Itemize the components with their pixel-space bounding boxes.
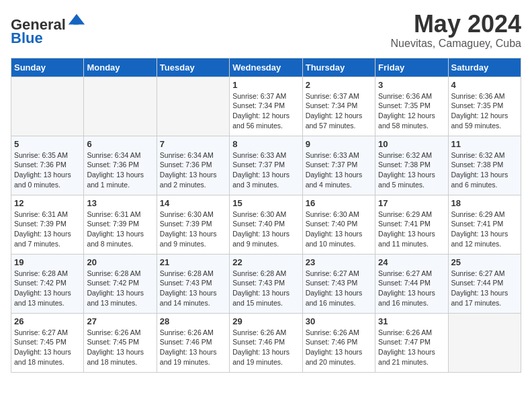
calendar-cell: 24Sunrise: 6:27 AM Sunset: 7:44 PM Dayli…: [375, 254, 448, 313]
day-number: 22: [232, 257, 299, 267]
calendar-week-1: 1Sunrise: 6:37 AM Sunset: 7:34 PM Daylig…: [11, 77, 521, 136]
day-info: Sunrise: 6:26 AM Sunset: 7:45 PM Dayligh…: [87, 328, 153, 367]
weekday-wednesday: Wednesday: [230, 58, 302, 77]
day-info: Sunrise: 6:26 AM Sunset: 7:46 PM Dayligh…: [232, 328, 299, 367]
day-info: Sunrise: 6:34 AM Sunset: 7:36 PM Dayligh…: [87, 150, 153, 190]
day-number: 6: [87, 139, 153, 149]
day-info: Sunrise: 6:27 AM Sunset: 7:43 PM Dayligh…: [306, 269, 372, 308]
day-number: 18: [451, 198, 518, 208]
day-number: 7: [160, 139, 226, 149]
calendar-cell: 16Sunrise: 6:30 AM Sunset: 7:40 PM Dayli…: [302, 195, 375, 254]
calendar-cell: 20Sunrise: 6:28 AM Sunset: 7:42 PM Dayli…: [84, 254, 157, 313]
day-info: Sunrise: 6:26 AM Sunset: 7:46 PM Dayligh…: [160, 328, 226, 367]
day-info: Sunrise: 6:28 AM Sunset: 7:42 PM Dayligh…: [87, 269, 153, 308]
day-number: 4: [451, 80, 518, 90]
calendar-cell: 12Sunrise: 6:31 AM Sunset: 7:39 PM Dayli…: [11, 195, 84, 254]
day-number: 31: [378, 316, 445, 326]
day-number: 13: [87, 198, 153, 208]
day-info: Sunrise: 6:31 AM Sunset: 7:39 PM Dayligh…: [14, 210, 81, 249]
day-number: 12: [14, 198, 81, 208]
day-info: Sunrise: 6:29 AM Sunset: 7:41 PM Dayligh…: [378, 210, 445, 249]
logo-blue-text: Blue: [11, 30, 43, 46]
calendar-cell: 26Sunrise: 6:27 AM Sunset: 7:45 PM Dayli…: [11, 313, 84, 372]
day-info: Sunrise: 6:31 AM Sunset: 7:39 PM Dayligh…: [87, 210, 153, 249]
title-block: May 2024 Nuevitas, Camaguey, Cuba: [391, 11, 521, 50]
logo: General Blue: [11, 11, 86, 46]
day-info: Sunrise: 6:36 AM Sunset: 7:35 PM Dayligh…: [451, 91, 518, 131]
day-number: 11: [451, 139, 518, 149]
day-number: 19: [14, 257, 81, 267]
calendar-cell: 8Sunrise: 6:33 AM Sunset: 7:37 PM Daylig…: [230, 136, 302, 195]
day-info: Sunrise: 6:35 AM Sunset: 7:36 PM Dayligh…: [14, 150, 81, 190]
calendar-table: SundayMondayTuesdayWednesdayThursdayFrid…: [11, 58, 521, 373]
calendar-cell: 15Sunrise: 6:30 AM Sunset: 7:40 PM Dayli…: [230, 195, 302, 254]
day-number: 27: [87, 316, 153, 326]
day-number: 28: [160, 316, 226, 326]
weekday-thursday: Thursday: [302, 58, 375, 77]
calendar-cell: [157, 77, 229, 136]
day-number: 10: [378, 139, 445, 149]
day-info: Sunrise: 6:34 AM Sunset: 7:36 PM Dayligh…: [160, 150, 226, 190]
calendar-cell: 13Sunrise: 6:31 AM Sunset: 7:39 PM Dayli…: [84, 195, 157, 254]
day-number: 16: [306, 198, 372, 208]
day-info: Sunrise: 6:27 AM Sunset: 7:44 PM Dayligh…: [451, 269, 518, 308]
day-info: Sunrise: 6:30 AM Sunset: 7:39 PM Dayligh…: [160, 210, 226, 249]
calendar-cell: 27Sunrise: 6:26 AM Sunset: 7:45 PM Dayli…: [84, 313, 157, 372]
calendar-cell: 5Sunrise: 6:35 AM Sunset: 7:36 PM Daylig…: [11, 136, 84, 195]
day-number: 8: [232, 139, 299, 149]
day-number: 30: [306, 316, 372, 326]
day-number: 29: [232, 316, 299, 326]
day-number: 21: [160, 257, 226, 267]
day-info: Sunrise: 6:26 AM Sunset: 7:47 PM Dayligh…: [378, 328, 445, 367]
day-info: Sunrise: 6:37 AM Sunset: 7:34 PM Dayligh…: [232, 91, 299, 131]
calendar-cell: 9Sunrise: 6:33 AM Sunset: 7:37 PM Daylig…: [302, 136, 375, 195]
day-number: 26: [14, 316, 81, 326]
month-title: May 2024: [391, 11, 521, 38]
weekday-saturday: Saturday: [448, 58, 521, 77]
day-info: Sunrise: 6:32 AM Sunset: 7:38 PM Dayligh…: [378, 150, 445, 190]
location-text: Nuevitas, Camaguey, Cuba: [391, 38, 521, 50]
calendar-cell: 31Sunrise: 6:26 AM Sunset: 7:47 PM Dayli…: [375, 313, 448, 372]
calendar-cell: 18Sunrise: 6:29 AM Sunset: 7:41 PM Dayli…: [448, 195, 521, 254]
day-number: 2: [306, 80, 372, 90]
day-info: Sunrise: 6:32 AM Sunset: 7:38 PM Dayligh…: [451, 150, 518, 190]
day-number: 15: [232, 198, 299, 208]
day-number: 14: [160, 198, 226, 208]
day-number: 5: [14, 139, 81, 149]
day-info: Sunrise: 6:26 AM Sunset: 7:46 PM Dayligh…: [306, 328, 372, 367]
weekday-friday: Friday: [375, 58, 448, 77]
day-info: Sunrise: 6:27 AM Sunset: 7:44 PM Dayligh…: [378, 269, 445, 308]
calendar-cell: 7Sunrise: 6:34 AM Sunset: 7:36 PM Daylig…: [157, 136, 229, 195]
day-info: Sunrise: 6:28 AM Sunset: 7:43 PM Dayligh…: [160, 269, 226, 308]
day-number: 9: [306, 139, 372, 149]
calendar-cell: 21Sunrise: 6:28 AM Sunset: 7:43 PM Dayli…: [157, 254, 229, 313]
calendar-week-3: 12Sunrise: 6:31 AM Sunset: 7:39 PM Dayli…: [11, 195, 521, 254]
calendar-week-2: 5Sunrise: 6:35 AM Sunset: 7:36 PM Daylig…: [11, 136, 521, 195]
day-number: 25: [451, 257, 518, 267]
weekday-header-row: SundayMondayTuesdayWednesdayThursdayFrid…: [11, 58, 521, 77]
calendar-cell: 30Sunrise: 6:26 AM Sunset: 7:46 PM Dayli…: [302, 313, 375, 372]
day-info: Sunrise: 6:33 AM Sunset: 7:37 PM Dayligh…: [232, 150, 299, 190]
weekday-tuesday: Tuesday: [157, 58, 229, 77]
calendar-cell: 10Sunrise: 6:32 AM Sunset: 7:38 PM Dayli…: [375, 136, 448, 195]
calendar-cell: 19Sunrise: 6:28 AM Sunset: 7:42 PM Dayli…: [11, 254, 84, 313]
calendar-cell: 14Sunrise: 6:30 AM Sunset: 7:39 PM Dayli…: [157, 195, 229, 254]
day-number: 23: [306, 257, 372, 267]
day-info: Sunrise: 6:29 AM Sunset: 7:41 PM Dayligh…: [451, 210, 518, 249]
calendar-cell: 17Sunrise: 6:29 AM Sunset: 7:41 PM Dayli…: [375, 195, 448, 254]
day-number: 24: [378, 257, 445, 267]
calendar-cell: 23Sunrise: 6:27 AM Sunset: 7:43 PM Dayli…: [302, 254, 375, 313]
day-number: 3: [378, 80, 445, 90]
calendar-cell: [84, 77, 157, 136]
svg-marker-1: [73, 20, 78, 25]
day-info: Sunrise: 6:28 AM Sunset: 7:43 PM Dayligh…: [232, 269, 299, 308]
day-number: 20: [87, 257, 153, 267]
calendar-week-5: 26Sunrise: 6:27 AM Sunset: 7:45 PM Dayli…: [11, 313, 521, 372]
calendar-cell: 2Sunrise: 6:37 AM Sunset: 7:34 PM Daylig…: [302, 77, 375, 136]
calendar-cell: 11Sunrise: 6:32 AM Sunset: 7:38 PM Dayli…: [448, 136, 521, 195]
calendar-week-4: 19Sunrise: 6:28 AM Sunset: 7:42 PM Dayli…: [11, 254, 521, 313]
calendar-cell: 4Sunrise: 6:36 AM Sunset: 7:35 PM Daylig…: [448, 77, 521, 136]
day-info: Sunrise: 6:30 AM Sunset: 7:40 PM Dayligh…: [306, 210, 372, 249]
page-header: General Blue May 2024 Nuevitas, Camaguey…: [11, 11, 521, 50]
calendar-cell: 28Sunrise: 6:26 AM Sunset: 7:46 PM Dayli…: [157, 313, 229, 372]
